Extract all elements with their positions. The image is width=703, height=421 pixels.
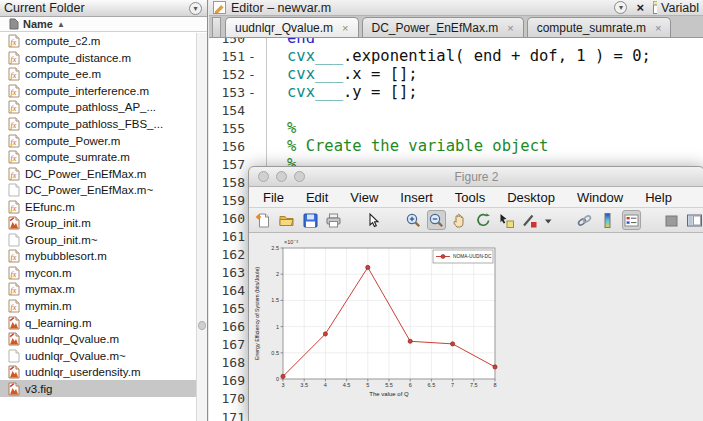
code-line: 156% Create the variable object	[209, 137, 703, 155]
new-figure-icon[interactable]	[254, 210, 273, 230]
menu-file[interactable]: File	[263, 190, 284, 205]
brush-icon[interactable]	[520, 210, 539, 230]
file-row[interactable]: fxcompute_distance.m	[0, 50, 196, 67]
editor-tab[interactable]: DC_Power_EnEfMax.m×	[362, 17, 524, 37]
file-row[interactable]: uudnlqr_Qvalue.m	[0, 331, 196, 348]
tab-close-icon[interactable]: ×	[655, 22, 661, 34]
file-name: DC_Power_EnEfMax.m	[25, 168, 146, 180]
file-name: mymax.m	[25, 283, 75, 295]
pan-icon[interactable]	[450, 210, 469, 230]
menu-tools[interactable]: Tools	[455, 190, 485, 205]
edit-plot-icon[interactable]	[364, 210, 383, 230]
brush-dropdown-icon[interactable]	[543, 210, 554, 230]
file-row[interactable]: uudnlqr_Qvalue.m~	[0, 347, 196, 364]
file-name: compute_interference.m	[25, 85, 149, 97]
file-row[interactable]: fxmybubblesort.m	[0, 248, 196, 265]
file-row[interactable]: fxcompute_c2.m	[0, 33, 196, 50]
file-row[interactable]: fxcompute_Power.m	[0, 132, 196, 149]
menu-window[interactable]: Window	[577, 190, 623, 205]
tab-label: DC_Power_EnEfMax.m	[372, 21, 499, 35]
line-number-gutter[interactable]: 150	[209, 38, 267, 47]
zoom-out-icon[interactable]	[427, 210, 446, 230]
figure-canvas[interactable]: 33.544.555.566.577.5800.511.522.5×10⁻³Th…	[249, 233, 703, 421]
variables-panel-stub[interactable]: Variabl	[653, 1, 699, 15]
hide-plot-tools-icon[interactable]	[661, 210, 680, 230]
file-list-scrollbar[interactable]	[196, 33, 207, 421]
tab-close-icon[interactable]: ×	[342, 22, 348, 34]
file-row[interactable]: fxmymin.m	[0, 298, 196, 315]
menu-edit[interactable]: Edit	[306, 190, 328, 205]
link-plot-icon[interactable]	[575, 210, 594, 230]
save-figure-icon[interactable]	[301, 210, 320, 230]
insert-colorbar-icon[interactable]	[598, 210, 617, 230]
data-cursor-icon[interactable]	[497, 210, 516, 230]
executable-line-marker: -	[245, 49, 259, 64]
tab-label: uudnlqr_Qvalue.m	[235, 21, 333, 35]
line-number: 157	[209, 157, 245, 172]
svg-text:fx: fx	[11, 286, 17, 295]
name-column-header[interactable]: Name ▲	[0, 17, 207, 32]
zoom-in-icon[interactable]	[404, 210, 423, 230]
file-row[interactable]: Group_init.m~	[0, 232, 196, 249]
minimize-window-icon[interactable]	[276, 171, 287, 182]
open-file-icon[interactable]	[277, 210, 296, 230]
show-plot-tools-dock-icon[interactable]	[685, 210, 703, 230]
name-column-label: Name	[23, 18, 53, 30]
editor-tab[interactable]: compute_sumrate.m×	[527, 17, 672, 37]
tab-label: compute_sumrate.m	[537, 21, 646, 35]
variables-icon	[653, 1, 657, 14]
file-row[interactable]: Group_init.m	[0, 215, 196, 232]
file-row[interactable]: fxcompute_sumrate.m	[0, 149, 196, 166]
file-name: compute_c2.m	[25, 35, 100, 47]
line-number: 170	[209, 391, 245, 406]
figure-plot[interactable]: 33.544.555.566.577.5800.511.522.5×10⁻³Th…	[249, 233, 703, 421]
file-name: compute_pathloss_AP_...	[25, 101, 156, 113]
editor-menu-icon[interactable]: ▾	[614, 1, 627, 14]
zoom-window-icon[interactable]	[294, 171, 305, 182]
menu-help[interactable]: Help	[645, 190, 672, 205]
file-row[interactable]: fxcompute_interference.m	[0, 83, 196, 100]
m-function-icon: fx	[8, 134, 20, 148]
file-row[interactable]: fxmycon.m	[0, 265, 196, 282]
figure-titlebar[interactable]: Figure 2	[249, 167, 703, 187]
menu-view[interactable]: View	[350, 190, 378, 205]
file-row[interactable]: uudnlqr_userdensity.m	[0, 364, 196, 381]
editor-tab[interactable]: uudnlqr_Qvalue.m×	[225, 17, 359, 37]
line-number-gutter[interactable]: 155	[209, 119, 267, 137]
svg-text:×10⁻³: ×10⁻³	[284, 239, 298, 245]
print-figure-icon[interactable]	[324, 210, 343, 230]
panel-menu-icon[interactable]: ▾	[189, 2, 202, 15]
file-name: mybubblesort.m	[25, 250, 107, 262]
line-number: 152	[209, 67, 245, 82]
rotate-3d-icon[interactable]	[474, 210, 493, 230]
m-function-icon: fx	[8, 67, 20, 81]
file-row[interactable]: fxDC_Power_EnEfMax.m	[0, 165, 196, 182]
line-number-gutter[interactable]: 152-	[209, 65, 267, 83]
file-row[interactable]: DC_Power_EnEfMax.m~	[0, 182, 196, 199]
file-row[interactable]: fxcompute_pathloss_FBS_...	[0, 116, 196, 133]
svg-text:3: 3	[281, 382, 284, 388]
file-row[interactable]: fxEEfunc.m	[0, 198, 196, 215]
m-function-icon: fx	[8, 150, 20, 164]
menu-insert[interactable]: Insert	[400, 190, 433, 205]
line-number: 154	[209, 103, 245, 118]
line-number-gutter[interactable]: 153-	[209, 83, 267, 101]
tab-scroll-control[interactable]	[212, 17, 221, 37]
line-number-gutter[interactable]: 151-	[209, 47, 267, 65]
scrollbar-thumb[interactable]	[198, 321, 206, 330]
editor-close-icon[interactable]: ×	[636, 2, 644, 14]
insert-legend-icon[interactable]	[622, 210, 641, 230]
file-row[interactable]: fxcompute_pathloss_AP_...	[0, 99, 196, 116]
file-row[interactable]: fxmymax.m	[0, 281, 196, 298]
window-controls	[258, 171, 305, 182]
line-number-gutter[interactable]: 154	[209, 101, 267, 119]
code-line: 152-cvx___.x = [];	[209, 65, 703, 83]
line-number-gutter[interactable]: 156	[209, 137, 267, 155]
file-row[interactable]: q_learning.m	[0, 314, 196, 331]
file-row[interactable]: v3.fig	[0, 380, 196, 397]
close-window-icon[interactable]	[258, 171, 269, 182]
svg-text:3.5: 3.5	[300, 382, 308, 388]
tab-close-icon[interactable]: ×	[507, 22, 513, 34]
file-row[interactable]: fxcompute_ee.m	[0, 66, 196, 83]
menu-desktop[interactable]: Desktop	[507, 190, 555, 205]
